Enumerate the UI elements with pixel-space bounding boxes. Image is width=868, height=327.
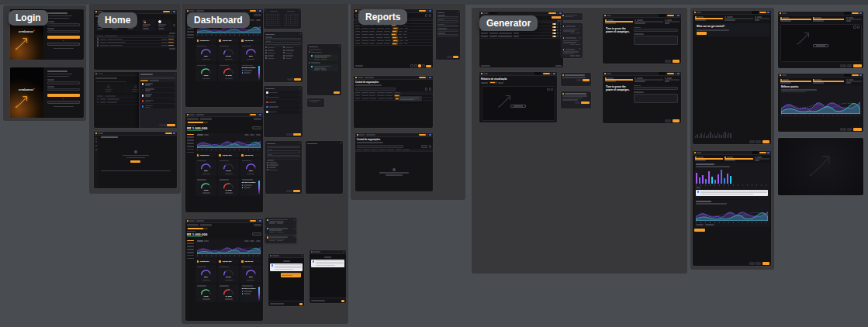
stat-link[interactable] (97, 28, 103, 29)
stat-card-2[interactable]: R$ 987.800 (218, 38, 239, 43)
section-label-generator[interactable]: Generator (479, 15, 538, 31)
avatar[interactable] (429, 77, 431, 79)
zoom-out-button[interactable] (551, 88, 554, 91)
screen-chat-widget-1[interactable]: × (268, 254, 304, 306)
filter-button[interactable] (421, 145, 427, 147)
mode-pill[interactable] (844, 74, 851, 76)
avatar[interactable] (553, 73, 555, 75)
password-field[interactable] (47, 88, 80, 91)
channel-row[interactable]: › (140, 104, 175, 108)
chevron-left-icon[interactable]: ‹ (265, 10, 266, 12)
screen-dashboard-2[interactable]: R$ 1.000.000 R$ 889.000 R$ 987.800 R$ 98… (185, 113, 263, 212)
cancel-button[interactable] (576, 79, 582, 81)
avatar[interactable] (859, 12, 862, 15)
back-button[interactable] (665, 60, 671, 62)
chevron-right-icon[interactable]: › (299, 10, 299, 12)
next-page-button[interactable] (426, 65, 431, 67)
channel-search-input[interactable] (140, 77, 175, 79)
bell-icon[interactable] (427, 77, 428, 78)
topbar-action-button[interactable] (419, 77, 426, 79)
message-card[interactable] (270, 263, 303, 272)
cancel-button[interactable] (575, 102, 580, 104)
screen-reports-empty[interactable]: Central de negociações (355, 133, 433, 191)
bell-icon[interactable] (675, 73, 676, 74)
toast-action[interactable] (277, 222, 283, 224)
toast-action[interactable] (269, 222, 275, 224)
export-button[interactable] (252, 126, 261, 129)
chart-range-button[interactable] (244, 240, 249, 242)
export-button[interactable] (429, 88, 432, 91)
kpi-card-green[interactable]: 15,2k (195, 284, 216, 302)
gauge-card-2[interactable]: 21,6% (218, 159, 239, 177)
close-icon[interactable]: × (175, 74, 176, 76)
header-button[interactable] (254, 118, 261, 120)
publish-button[interactable] (852, 12, 859, 15)
mode-pill[interactable] (659, 14, 666, 16)
channel-row[interactable]: › (140, 82, 175, 87)
tab-active[interactable] (140, 80, 148, 81)
panel-empty-dialog[interactable]: × (306, 141, 343, 194)
bell-icon[interactable] (257, 220, 258, 222)
screen-generator-campaign-setup-2[interactable]: Time to prove the power of campaigns. (603, 72, 681, 123)
finish-button[interactable] (763, 262, 769, 264)
chip-button[interactable] (705, 224, 714, 226)
kpi-card-green[interactable]: 15,2k (195, 64, 216, 81)
period-select[interactable] (200, 224, 212, 226)
campaign-description-field[interactable] (634, 94, 678, 103)
screen-home-channel-picker[interactable]: × › › › › › (94, 72, 177, 128)
stat-card-2[interactable]: R$ 987.800 (218, 153, 239, 157)
export-button[interactable] (252, 232, 261, 235)
mode-pill[interactable] (489, 12, 497, 15)
row-action-link[interactable] (168, 42, 174, 43)
publish-button[interactable] (667, 15, 674, 17)
send-button[interactable] (299, 303, 303, 305)
campaign-toggle[interactable] (552, 29, 556, 32)
stat-card-1[interactable]: R$ 889.000 (195, 38, 216, 43)
confirm-button[interactable] (581, 102, 590, 104)
avatar[interactable] (173, 11, 175, 13)
close-icon[interactable]: × (293, 228, 295, 232)
bell-icon[interactable] (675, 15, 676, 16)
create-campaign-button[interactable] (548, 12, 556, 15)
login-alt-button[interactable] (47, 101, 80, 104)
close-icon[interactable]: × (299, 143, 300, 145)
chart-range-button-2[interactable] (250, 19, 254, 21)
gauge-card-3[interactable]: 85% (240, 265, 261, 283)
preview-canvas[interactable] (780, 24, 862, 62)
topbar-action-button[interactable] (419, 134, 426, 136)
campaign-toggle[interactable] (552, 23, 556, 26)
channel-row[interactable]: › (265, 95, 301, 99)
chart-range-button-3[interactable] (256, 240, 261, 242)
stat-link[interactable] (127, 28, 133, 29)
header-button[interactable] (254, 224, 261, 226)
kpi-card-red[interactable]: 17 dias (218, 284, 239, 302)
mode-pill[interactable] (659, 72, 666, 74)
login-submit-button[interactable] (47, 94, 80, 97)
mode-pill[interactable] (534, 72, 541, 74)
toast-action[interactable] (269, 232, 275, 233)
panel-confirm-dialog-2[interactable] (561, 91, 591, 108)
avatar[interactable] (259, 10, 261, 12)
close-icon[interactable]: × (579, 26, 581, 28)
close-icon[interactable]: × (579, 37, 581, 40)
panel-filter-dialog[interactable]: × (264, 32, 303, 82)
cancel-button[interactable] (159, 124, 166, 126)
gauge-card-1[interactable]: 85% (195, 44, 216, 62)
columns-button[interactable] (429, 14, 432, 17)
panel-reports-filter[interactable]: × (436, 10, 460, 60)
stat-card-2[interactable]: R$ 987.800 (218, 259, 239, 263)
send-button[interactable] (341, 300, 344, 302)
cancel-button[interactable] (749, 140, 755, 143)
search-input[interactable] (267, 146, 300, 148)
next-button[interactable] (673, 60, 680, 62)
sidebar-item-active[interactable] (187, 240, 194, 242)
toast-info[interactable]: × (265, 226, 296, 234)
panel-mini-card[interactable] (561, 13, 583, 20)
toast-success[interactable]: × (265, 218, 296, 225)
bell-icon[interactable] (551, 73, 552, 74)
clients-card[interactable]: 50.000 clientes (240, 64, 261, 81)
avatar[interactable] (429, 134, 431, 136)
bell-icon[interactable] (427, 134, 428, 136)
avatar[interactable] (259, 220, 261, 222)
cancel-button[interactable] (287, 78, 293, 81)
